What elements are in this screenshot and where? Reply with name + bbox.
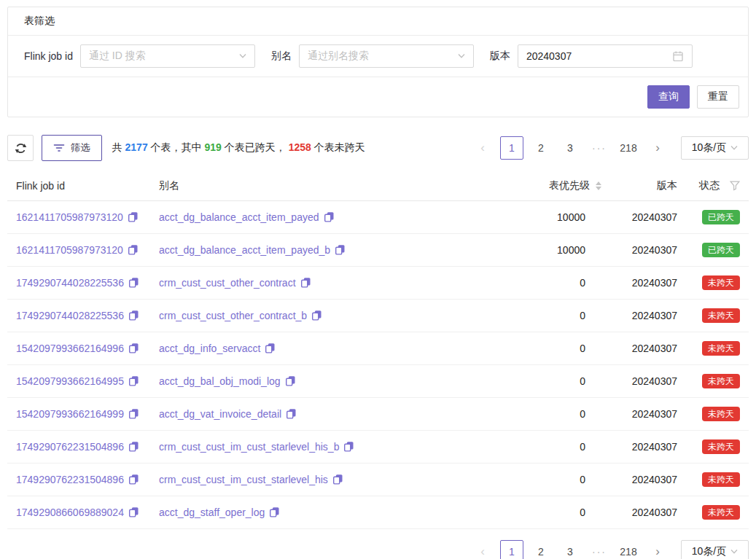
copy-icon[interactable] xyxy=(324,211,335,222)
alias-placeholder: 通过别名搜索 xyxy=(308,50,369,63)
version-cell: 20240307 xyxy=(610,441,686,453)
page-ellipsis[interactable]: ··· xyxy=(588,540,611,559)
prev-page-button[interactable]: ‹ xyxy=(471,136,494,160)
copy-icon[interactable] xyxy=(128,211,139,222)
flink-job-id-link[interactable]: 1621411705987973120 xyxy=(16,211,123,223)
alias-link[interactable]: acct_dg_balance_acct_item_payed_b xyxy=(159,244,330,256)
next-page-button[interactable]: › xyxy=(646,540,669,559)
alias-link[interactable]: acct_dg_vat_invoice_detail xyxy=(159,408,281,420)
version-cell: 20240307 xyxy=(610,408,686,420)
alias-link[interactable]: acct_dg_staff_oper_log xyxy=(159,507,265,518)
copy-icon[interactable] xyxy=(343,441,354,452)
page-last-button[interactable]: 218 xyxy=(617,136,640,160)
page-last-button[interactable]: 218 xyxy=(617,540,640,559)
table-summary: 共 2177 个表，其中 919 个表已跨天， 1258 个表未跨天 xyxy=(112,141,365,155)
page-size-select[interactable]: 10条/页 xyxy=(681,136,749,160)
table-row: 1749290762231504896 crm_cust_cust_im_cus… xyxy=(7,464,749,496)
status-badge: 未跨天 xyxy=(702,472,740,487)
copy-icon[interactable] xyxy=(128,343,139,353)
uncrossed-count: 1258 xyxy=(289,141,311,153)
flink-job-id-link[interactable]: 1749290762231504896 xyxy=(16,441,124,453)
copy-icon[interactable] xyxy=(128,441,139,452)
copy-icon[interactable] xyxy=(128,277,139,288)
copy-icon[interactable] xyxy=(128,310,139,321)
version-value: 20240307 xyxy=(526,50,572,62)
filter-toggle-label: 筛选 xyxy=(71,141,90,155)
flink-job-id-placeholder: 通过 ID 搜索 xyxy=(89,50,146,63)
total-count: 2177 xyxy=(125,141,148,153)
copy-icon[interactable] xyxy=(285,375,296,386)
page-size-select[interactable]: 10条/页 xyxy=(681,540,749,559)
reset-button[interactable]: 重置 xyxy=(697,85,739,109)
filter-card: 表筛选 Flink job id 通过 ID 搜索 别名 通过别名搜索 版本 xyxy=(7,7,749,117)
version-date-input[interactable]: 20240307 xyxy=(518,44,693,68)
table-row: 1621411705987973120 acct_dg_balance_acct… xyxy=(7,201,749,234)
prev-page-button[interactable]: ‹ xyxy=(471,540,494,559)
copy-icon[interactable] xyxy=(128,474,139,485)
priority-cell: 0 xyxy=(501,343,610,354)
priority-cell: 0 xyxy=(501,441,610,453)
page-3-button[interactable]: 3 xyxy=(558,540,582,559)
alias-link[interactable]: crm_cust_cust_other_contract_b xyxy=(159,310,307,321)
tables-list: Flink job id 别名 表优先级 版本 状态 1621411705987… xyxy=(7,171,749,529)
page-1-button[interactable]: 1 xyxy=(500,540,523,559)
copy-icon[interactable] xyxy=(265,343,276,353)
table-row: 1749290744028225536 crm_cust_cust_other_… xyxy=(7,267,749,300)
copy-icon[interactable] xyxy=(311,310,322,321)
table-row: 1749290762231504896 crm_cust_cust_im_cus… xyxy=(7,431,749,464)
refresh-button[interactable] xyxy=(7,135,34,161)
copy-icon[interactable] xyxy=(128,507,139,517)
page-ellipsis[interactable]: ··· xyxy=(588,136,611,160)
alias-label: 别名 xyxy=(271,50,292,63)
filter-toggle-button[interactable]: 筛选 xyxy=(42,135,102,161)
alias-link[interactable]: acct_dg_info_servacct xyxy=(159,343,260,354)
priority-cell: 0 xyxy=(501,277,610,289)
flink-job-id-link[interactable]: 1542097993662164996 xyxy=(16,343,124,354)
alias-select[interactable]: 通过别名搜索 xyxy=(299,44,474,68)
status-badge: 未跨天 xyxy=(702,308,740,323)
status-badge: 未跨天 xyxy=(702,275,740,290)
flink-job-id-link[interactable]: 1542097993662164995 xyxy=(16,375,124,387)
flink-job-id-link[interactable]: 1749290744028225536 xyxy=(16,277,124,289)
page-3-button[interactable]: 3 xyxy=(558,136,582,160)
column-header-priority[interactable]: 表优先级 xyxy=(501,179,610,192)
table-header-row: Flink job id 别名 表优先级 版本 状态 xyxy=(7,171,749,201)
page-2-button[interactable]: 2 xyxy=(529,136,553,160)
alias-link[interactable]: crm_cust_cust_im_cust_starlevel_his_b xyxy=(159,441,339,453)
alias-link[interactable]: acct_dg_bal_obj_modi_log xyxy=(159,375,281,387)
alias-link[interactable]: crm_cust_cust_im_cust_starlevel_his xyxy=(159,474,328,485)
table-row: 1749290744028225536 crm_cust_cust_other_… xyxy=(7,300,749,332)
flink-job-id-link[interactable]: 1749290762231504896 xyxy=(16,474,124,485)
flink-job-id-link[interactable]: 1749290744028225536 xyxy=(16,310,124,321)
table-row: 1542097993662164995 acct_dg_bal_obj_modi… xyxy=(7,365,749,398)
copy-icon[interactable] xyxy=(332,474,343,485)
copy-icon[interactable] xyxy=(269,507,280,517)
sort-icon[interactable] xyxy=(596,181,601,190)
crossed-count: 919 xyxy=(204,141,221,153)
version-label: 版本 xyxy=(490,50,510,63)
page-2-button[interactable]: 2 xyxy=(529,540,553,559)
flink-job-id-link[interactable]: 1749290866069889024 xyxy=(16,507,124,518)
filter-funnel-icon[interactable] xyxy=(730,181,740,191)
table-row: 1542097993662164996 acct_dg_info_servacc… xyxy=(7,332,749,365)
flink-job-id-label: Flink job id xyxy=(24,50,73,62)
priority-cell: 10000 xyxy=(501,244,610,256)
copy-icon[interactable] xyxy=(128,244,139,255)
flink-job-id-link[interactable]: 1621411705987973120 xyxy=(16,244,123,256)
column-header-status: 状态 xyxy=(686,179,749,192)
page-1-button[interactable]: 1 xyxy=(500,136,523,160)
version-field-group: 版本 20240307 xyxy=(490,44,693,68)
alias-link[interactable]: crm_cust_cust_other_contract xyxy=(159,277,296,289)
copy-icon[interactable] xyxy=(128,375,139,386)
version-cell: 20240307 xyxy=(610,343,686,354)
copy-icon[interactable] xyxy=(128,408,139,419)
chevron-down-icon xyxy=(458,54,465,58)
flink-job-id-select[interactable]: 通过 ID 搜索 xyxy=(80,44,255,68)
copy-icon[interactable] xyxy=(335,244,346,255)
copy-icon[interactable] xyxy=(300,277,311,288)
next-page-button[interactable]: › xyxy=(646,136,669,160)
query-button[interactable]: 查询 xyxy=(647,85,690,109)
alias-link[interactable]: acct_dg_balance_acct_item_payed xyxy=(159,211,319,223)
flink-job-id-link[interactable]: 1542097993662164999 xyxy=(16,408,124,420)
copy-icon[interactable] xyxy=(286,408,297,419)
